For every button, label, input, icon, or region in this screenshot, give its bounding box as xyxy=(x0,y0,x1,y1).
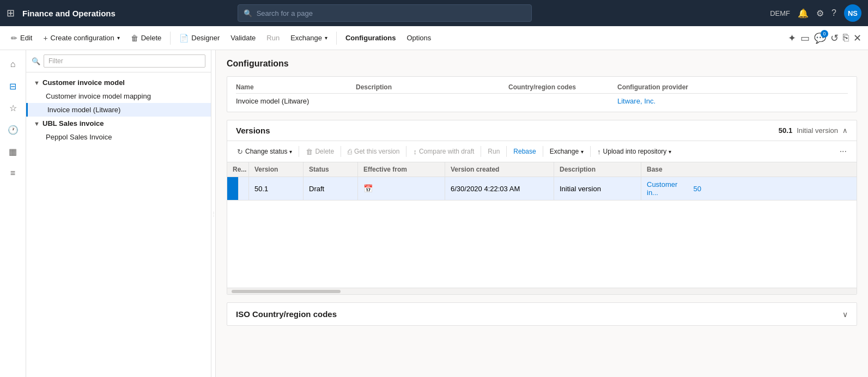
iso-header[interactable]: ISO Country/region codes ∨ xyxy=(227,303,857,325)
compare-label: Compare with draft xyxy=(419,148,474,155)
iso-title: ISO Country/region codes xyxy=(236,309,842,319)
resize-handle[interactable]: ⋮ xyxy=(211,50,216,377)
change-status-button[interactable]: ↻ Change status ▾ xyxy=(233,145,296,158)
run-button: Run xyxy=(262,32,284,44)
scrollbar-thumb xyxy=(232,290,341,293)
help-icon[interactable]: ? xyxy=(831,8,836,18)
base-link[interactable]: Customer in... xyxy=(647,180,690,197)
sidebar-star-icon[interactable]: ☆ xyxy=(3,98,23,118)
edit-icon: ✏ xyxy=(11,34,17,42)
exchange-chevron-icon: ▾ xyxy=(325,35,327,41)
col-header-base: Base xyxy=(641,162,707,177)
row-status: Draft xyxy=(304,177,358,200)
get-version-label: Get this version xyxy=(354,148,399,155)
tree-item-peppol-sales-invoice[interactable]: Peppol Sales Invoice xyxy=(26,130,211,144)
tree-label-invoice-model-litware: Invoice model (Litware) xyxy=(47,106,120,114)
create-configuration-button[interactable]: + Create configuration ▾ xyxy=(39,32,124,45)
col-header-version: Version xyxy=(249,162,304,177)
collapse-icon: ▼ xyxy=(34,80,40,86)
nav-right: DEMF 🔔 ⚙ ? NS xyxy=(770,4,861,22)
col-header-status: Status xyxy=(304,162,358,177)
tree-label-ubl-sales-invoice: UBL Sales invoice xyxy=(43,119,104,127)
page-title: Configurations xyxy=(227,59,857,69)
empty-table-space xyxy=(227,200,857,288)
plus-icon: + xyxy=(43,34,47,42)
delete-button[interactable]: 🗑 Delete xyxy=(126,32,166,45)
table-row[interactable]: 50.1 Draft 📅 6/30/2020 4:22:03 AM Initia… xyxy=(227,177,857,200)
refresh-icon[interactable]: ↺ xyxy=(830,32,839,44)
vtb-sep-1 xyxy=(299,146,299,157)
search-input[interactable] xyxy=(257,9,526,17)
versions-collapse-icon[interactable]: ∧ xyxy=(842,126,848,135)
row-description: Initial version xyxy=(554,177,641,200)
vtb-sep-4 xyxy=(481,146,481,157)
tree-item-ubl-sales-invoice[interactable]: ▼ UBL Sales invoice xyxy=(26,117,211,130)
user-avatar[interactable]: NS xyxy=(844,4,861,22)
designer-button[interactable]: 📄 Designer xyxy=(175,32,224,45)
edit-button[interactable]: ✏ Edit xyxy=(7,32,37,45)
main-layout: ⌂ ⊟ ☆ 🕐 ▦ ≡ 🔍 ▼ Customer invoice model C… xyxy=(0,50,868,377)
exchange-version-label: Exchange xyxy=(550,148,579,155)
config-col-country: Country/region codes xyxy=(508,83,617,105)
upload-chevron: ▾ xyxy=(669,149,671,155)
sidebar-clock-icon[interactable]: 🕐 xyxy=(3,120,23,139)
change-status-chevron: ▾ xyxy=(289,149,292,155)
filter-input[interactable] xyxy=(44,54,205,68)
message-center-button[interactable]: 💬 0 xyxy=(814,32,826,44)
versions-more-button[interactable]: ··· xyxy=(835,144,851,159)
sidebar-list-icon[interactable]: ≡ xyxy=(3,163,23,183)
row-version-created: 6/30/2020 4:22:03 AM xyxy=(445,177,554,200)
filter-icon: 🔍 xyxy=(32,57,40,65)
rebase-button[interactable]: Rebase xyxy=(509,145,540,157)
provider-value[interactable]: Litware, Inc. xyxy=(617,97,848,105)
validate-button[interactable]: Validate xyxy=(226,32,260,44)
personalize-icon[interactable]: ✦ xyxy=(788,32,796,44)
sidebar-home-icon[interactable]: ⌂ xyxy=(3,54,23,74)
bell-icon[interactable]: 🔔 xyxy=(798,8,809,19)
base-num[interactable]: 50 xyxy=(694,185,701,193)
gear-icon[interactable]: ⚙ xyxy=(816,8,824,19)
search-icon: 🔍 xyxy=(244,9,252,17)
upload-into-repository-button[interactable]: ↑ Upload into repository ▾ xyxy=(593,145,676,158)
iso-section: ISO Country/region codes ∨ xyxy=(227,302,857,326)
exchange-button[interactable]: Exchange ▾ xyxy=(286,32,332,44)
compare-with-draft-button: ↕ Compare with draft xyxy=(409,145,478,158)
open-in-new-icon[interactable]: ⎘ xyxy=(843,32,849,44)
tree-item-invoice-model-litware[interactable]: Invoice model (Litware) xyxy=(26,103,211,117)
designer-icon: 📄 xyxy=(179,34,189,42)
description-header: Description xyxy=(356,83,508,94)
create-chevron-icon: ▾ xyxy=(117,35,120,41)
app-grid-icon[interactable]: ⊞ xyxy=(7,7,15,19)
delete-icon: 🗑 xyxy=(131,34,138,42)
close-icon[interactable]: ✕ xyxy=(853,32,861,44)
sidebar-filter-icon[interactable]: ⊟ xyxy=(3,76,23,96)
horizontal-scrollbar[interactable] xyxy=(227,288,857,294)
vtb-sep-2 xyxy=(341,146,341,157)
vtb-sep-6 xyxy=(543,146,543,157)
config-col-description: Description xyxy=(356,83,508,105)
app-title: Finance and Operations xyxy=(22,9,116,18)
vtb-sep-5 xyxy=(506,146,507,157)
compare-icon: ↕ xyxy=(413,148,417,156)
exchange-version-button[interactable]: Exchange ▾ xyxy=(545,145,588,157)
tree-label-model-mapping: Customer invoice model mapping xyxy=(46,92,151,100)
panel-icon[interactable]: ▭ xyxy=(800,32,810,44)
change-status-icon: ↻ xyxy=(237,148,243,156)
rebase-label: Rebase xyxy=(513,148,536,155)
search-bar[interactable]: 🔍 xyxy=(238,4,532,22)
upload-icon: ↑ xyxy=(597,148,601,156)
options-button[interactable]: Options xyxy=(402,32,435,44)
configurations-button[interactable]: Configurations xyxy=(341,32,400,44)
tree-panel: 🔍 ▼ Customer invoice model Customer invo… xyxy=(26,50,211,377)
tree-item-customer-invoice-model[interactable]: ▼ Customer invoice model xyxy=(26,76,211,89)
user-env-label: DEMF xyxy=(770,9,790,17)
tree-item-model-mapping[interactable]: Customer invoice model mapping xyxy=(26,89,211,103)
iso-chevron-icon: ∨ xyxy=(842,310,848,319)
config-col-provider: Configuration provider Litware, Inc. xyxy=(617,83,848,105)
sidebar-grid-icon[interactable]: ▦ xyxy=(3,142,23,161)
tree-label-customer-invoice-model: Customer invoice model xyxy=(43,78,125,87)
calendar-icon[interactable]: 📅 xyxy=(363,184,373,193)
row-selection-indicator xyxy=(227,177,249,200)
cmd-right-actions: ✦ ▭ 💬 0 ↺ ⎘ ✕ xyxy=(788,32,861,44)
vtb-delete-label: Delete xyxy=(315,148,334,155)
